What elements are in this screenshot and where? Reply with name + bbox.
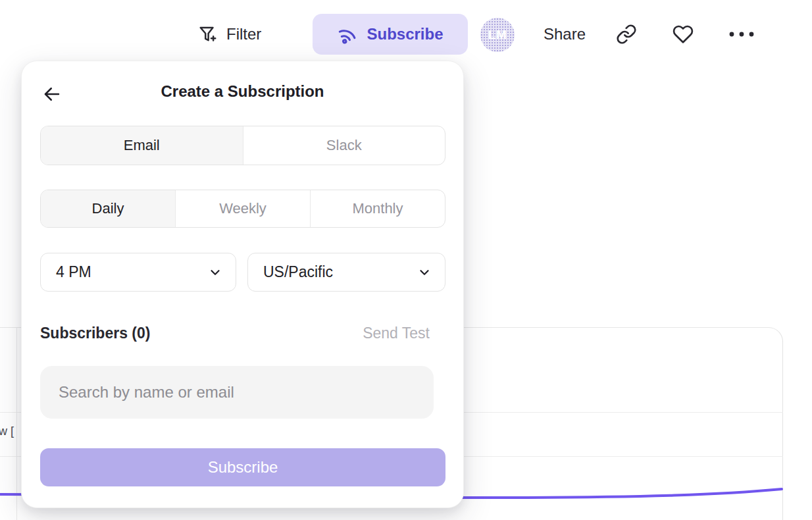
subscribe-toolbar-label: Subscribe — [367, 25, 443, 43]
subscribers-count-label: Subscribers (0) — [40, 325, 150, 342]
chevron-down-icon — [417, 265, 432, 280]
timezone-select-value: US/Pacific — [263, 263, 417, 281]
time-select-value: 4 PM — [56, 263, 208, 281]
subscribers-row: Subscribers (0) Send Test — [40, 325, 430, 344]
chevron-down-icon — [208, 265, 222, 280]
more-options-button[interactable] — [728, 26, 755, 42]
tab-slack[interactable]: Slack — [243, 126, 445, 165]
subscribe-submit-button[interactable]: Subscribe — [40, 448, 445, 486]
subscribe-toolbar-button[interactable]: Subscribe — [313, 14, 468, 55]
tab-daily[interactable]: Daily — [41, 190, 175, 227]
modal-title: Create a Subscription — [22, 82, 463, 101]
filter-button[interactable]: Filter — [198, 18, 261, 50]
channel-tabs: Email Slack — [40, 126, 445, 165]
filter-funnel-plus-icon — [198, 24, 218, 44]
link-icon — [616, 24, 637, 45]
heart-icon — [672, 24, 694, 45]
avatar-initials: LM — [488, 28, 507, 42]
favorite-button[interactable] — [672, 24, 694, 45]
tab-weekly[interactable]: Weekly — [175, 190, 310, 227]
subscriber-search-input[interactable] — [40, 366, 434, 419]
share-button[interactable]: Share — [544, 22, 586, 47]
send-test-link[interactable]: Send Test — [363, 325, 430, 342]
modal-header: Create a Subscription — [22, 81, 463, 107]
ellipsis-icon — [728, 26, 755, 42]
time-select[interactable]: 4 PM — [40, 253, 236, 292]
rss-subscribe-icon — [337, 24, 358, 45]
backdrop-column-divider — [16, 327, 17, 520]
timezone-select[interactable]: US/Pacific — [247, 253, 445, 292]
backdrop-partial-cell-text: w [ — [0, 425, 14, 438]
filter-label: Filter — [226, 25, 261, 43]
create-subscription-modal: Create a Subscription Email Slack Daily … — [21, 61, 464, 508]
share-label: Share — [544, 25, 586, 43]
copy-link-button[interactable] — [616, 24, 637, 45]
tab-email[interactable]: Email — [41, 126, 243, 165]
frequency-tabs: Daily Weekly Monthly — [40, 190, 445, 228]
dashboard-toolbar: Filter Subscribe LM Share — [0, 0, 812, 61]
user-avatar[interactable]: LM — [480, 18, 515, 52]
tab-monthly[interactable]: Monthly — [310, 190, 445, 227]
